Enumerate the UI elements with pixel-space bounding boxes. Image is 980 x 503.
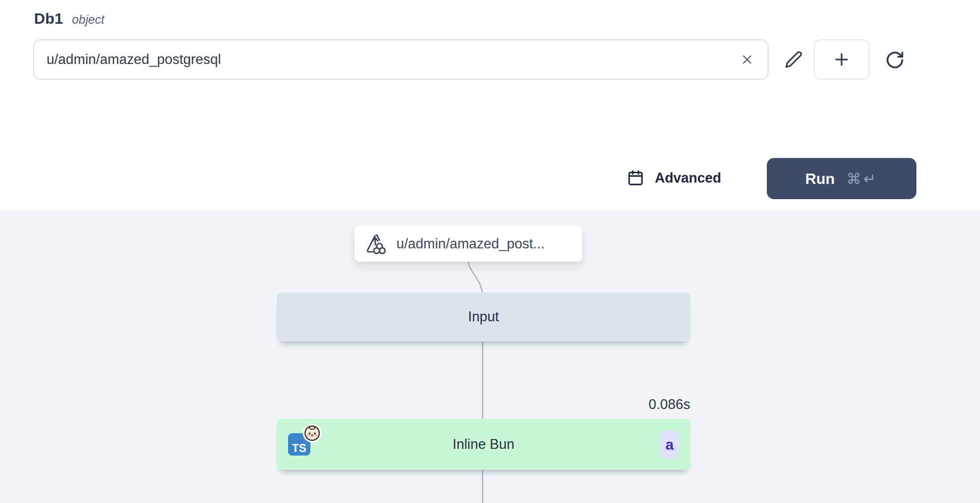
field-name: Db1: [34, 10, 63, 27]
field-type: object: [72, 13, 104, 27]
input-node[interactable]: Input: [277, 292, 690, 341]
step-id-badge: a: [660, 431, 679, 459]
clear-button[interactable]: [735, 47, 760, 72]
flow-canvas[interactable]: u/admin/amazed_post... Input 0.086s TS: [0, 210, 980, 503]
run-label: Run: [805, 170, 835, 188]
advanced-button[interactable]: Advanced: [627, 162, 721, 194]
refresh-icon: [885, 50, 905, 70]
resource-icon: [365, 233, 387, 255]
resource-picker: [33, 39, 769, 80]
windmill-editor: Db1 object Advanced Run: [0, 0, 980, 503]
step-node-label: Inline Bun: [277, 436, 690, 452]
run-button[interactable]: Run ⌘↵: [767, 158, 916, 199]
advanced-label: Advanced: [655, 170, 721, 186]
x-icon: [740, 52, 754, 67]
input-node-label: Input: [468, 309, 499, 325]
add-resource-button[interactable]: [814, 39, 869, 80]
calendar-icon: [627, 170, 644, 187]
step-duration: 0.086s: [556, 396, 690, 413]
pencil-icon: [785, 51, 803, 68]
step-id-badge-label: a: [666, 436, 674, 453]
edit-resource-button[interactable]: [778, 43, 810, 76]
refresh-button[interactable]: [877, 42, 913, 78]
plus-icon: [832, 50, 851, 69]
cmd-enter-shortcut: ⌘↵: [847, 170, 878, 188]
resource-node-label: u/admin/amazed_post...: [396, 236, 545, 252]
resource-input[interactable]: [34, 40, 768, 79]
field-label-row: Db1 object: [34, 10, 104, 27]
resource-node[interactable]: u/admin/amazed_post...: [354, 226, 582, 262]
step-node-inline-bun[interactable]: TS Inline Bun a: [277, 419, 690, 470]
